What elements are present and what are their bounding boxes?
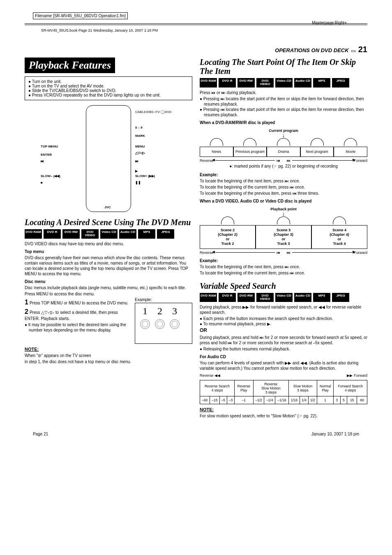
when-ram-h: When a DVD-RAM/RW/R disc is played [200, 120, 367, 125]
badge-dvd-ram: DVD RAM [200, 293, 217, 302]
example-h: Example: [200, 172, 367, 177]
speed-cell: –3 [227, 396, 234, 404]
badge-dvd-rw: DVD RW [62, 229, 80, 239]
speed-cell: 5 [340, 396, 347, 404]
speed-cell: –1/2 [253, 396, 264, 404]
disc-icon [170, 319, 180, 329]
when-video-h: When a DVD VIDEO, Audio CD or Video CD d… [200, 198, 367, 204]
label-next: ⏭ [135, 159, 138, 163]
badge-dvd-video: DVD VIDEO [256, 78, 274, 88]
badge-audio-cd: Audio CD [294, 293, 311, 302]
label-jvc: JVC [104, 205, 111, 209]
speed-cell: –1/16 [275, 396, 289, 404]
lang-label: EN [351, 49, 356, 53]
badge-dvd-video: DVD VIDEO [256, 293, 274, 302]
badge-dvd-rw: DVD RW [238, 78, 255, 88]
down-arrow-icon: ↓ [200, 212, 367, 215]
speed-cell: 1 [317, 396, 333, 404]
badge-jpeg: JPEG [332, 78, 349, 88]
vs-p2: During playback, press and hold ⏭ for 2 … [200, 335, 367, 345]
right-column: Locating The Start Point Of The Item Or … [200, 58, 367, 419]
vs-note-p: For slow motion speed search, refer to "… [200, 413, 367, 419]
label-enter: ENTER [41, 153, 52, 157]
speed-table: Reverse Search 4 steps Reverse Play Reve… [200, 380, 367, 404]
rev-head: Reverse ◀◀ [200, 373, 220, 378]
locating-start-heading: Locating The Start Point Of The Item Or … [200, 58, 367, 76]
step-2-bullet: It may be possible to select the desired… [25, 322, 131, 333]
badge-jpeg: JPEG [157, 229, 174, 239]
example-label: Example: [135, 297, 192, 302]
badge-dvd-r: DVD R [219, 293, 236, 302]
vs-p1: During playback, press ▶▶ for forward va… [200, 304, 367, 315]
th-rev-play: Reverse Play [234, 380, 253, 396]
timeline-ram: Current program ↓ News Previous program … [200, 129, 367, 169]
vs-b3: Releasing the button resumes normal play… [200, 346, 367, 352]
note-p1: When "⊘" appears on the TV screen [25, 353, 192, 358]
step-1-text: Press TOP MENU or MENU to access the DVD… [30, 301, 129, 305]
label-stop: ■ [41, 181, 43, 184]
note-p2: in step 1, the disc does not have a top … [25, 359, 192, 364]
badge-dvd-r: DVD R [219, 78, 236, 88]
operations-title: OPERATIONS ON DVD DECK [275, 47, 349, 53]
vs-b2: To resume normal playback, press ▶. [200, 321, 367, 327]
or-label: OR [200, 327, 367, 334]
badge-dvd-ram: DVD RAM [25, 229, 42, 239]
th-rev-slow: Reverse Slow Motion 3 steps [253, 380, 288, 396]
th-fwd-search: Forward Search 4 steps [334, 380, 367, 396]
tl-cell: Movie [334, 147, 367, 157]
badge-audio-cd: Audio CD [119, 229, 136, 239]
audio-cd-h: For Audio CD [200, 354, 367, 359]
speed-cell: 15 [347, 396, 357, 404]
variable-speed-heading: Variable Speed Search [200, 281, 367, 290]
fwd-head: ▶▶ Forward [347, 373, 367, 378]
disc-menu-p1: Disc menus include playback data (angle … [25, 285, 192, 290]
label-arrows: △▽◁▷ [135, 151, 145, 155]
badge-video-cd: Video CD [100, 229, 118, 239]
next-icon: ⏭ [287, 159, 291, 163]
label-play: ▶ [135, 169, 138, 173]
badge-mp3: MP3 [138, 229, 155, 239]
badge-video-cd: Video CD [275, 78, 293, 88]
format-row-start: DVD RAM DVD R DVD RW DVD VIDEO Video CD … [200, 78, 367, 88]
start-bullet-1: Pressing ⏭ locates the start point of th… [200, 96, 367, 107]
down-arrow-icon: ↓ [200, 134, 367, 137]
timeline-video: Playback point ↓ Scene 2 (Chapter 2) or … [200, 207, 367, 255]
badge-dvd-video: DVD VIDEO [81, 229, 99, 239]
badge-audio-cd: Audio CD [294, 78, 311, 88]
speed-cell: –60 [200, 396, 210, 404]
badge-video-cd: Video CD [275, 293, 293, 302]
speed-cell: –5 [219, 396, 227, 404]
disc-icon [140, 319, 150, 329]
next-icon: ⏭ [287, 251, 291, 255]
intro-item: Press VCR/DVD repeatedly so that the DVD… [28, 93, 189, 97]
badge-mp3: MP3 [313, 293, 330, 302]
start-bullet-2: Pressing ⏮ locates the start point of th… [200, 107, 367, 117]
example-box: 123 [135, 303, 192, 344]
tl-cell: Previous program [233, 147, 267, 157]
tl-cell: News [200, 147, 233, 157]
filename-box: Filename [SR-MV45_55U_06DVD Operation1.f… [33, 12, 128, 19]
tl-cell: Scene 2 (Chapter 2) or Track 2 [200, 226, 256, 249]
top-menu-p: DVD discs generally have their own menus… [25, 255, 192, 276]
intro-item: Turn on the unit. [28, 79, 189, 84]
book-line: SR-MV45_55US.book Page 21 Wednesday, Jan… [41, 28, 367, 32]
speed-row: –60 –15 –5 –3 –1 –1/2 –1/4 –1/16 1/16 1/… [200, 396, 367, 404]
tl-cell: Next program [300, 147, 334, 157]
label-slow-plus: SLOW+ (▶▶) [135, 174, 155, 178]
tl-cell: Drama [267, 147, 300, 157]
badge-mp3: MP3 [313, 78, 330, 88]
speed-cell: 3 [334, 396, 340, 404]
th-slow: Slow Motion 3 steps [289, 380, 317, 396]
footer: Page 21 January 10, 2007 1:18 pm [25, 432, 367, 436]
scene-intro: DVD VIDEO discs may have top menu and di… [25, 241, 192, 246]
footer-date: January 10, 2007 1:18 pm [311, 432, 359, 436]
label-cable: CABLE/DBS ▪TV ◯DVD [135, 110, 171, 114]
badge-dvd-r: DVD R [44, 229, 61, 239]
th-rev-search: Reverse Search 4 steps [200, 380, 235, 396]
masterpage-label: Masterpage:Right+ [312, 21, 347, 25]
speed-cell: 60 [357, 396, 367, 404]
speed-cell: 1/4 [300, 396, 308, 404]
label-prev: ⏮ [41, 159, 44, 163]
label-slow-minus: SLOW– (◀◀) [41, 174, 60, 178]
intro-item: Turn on the TV and select the AV mode. [28, 84, 189, 88]
